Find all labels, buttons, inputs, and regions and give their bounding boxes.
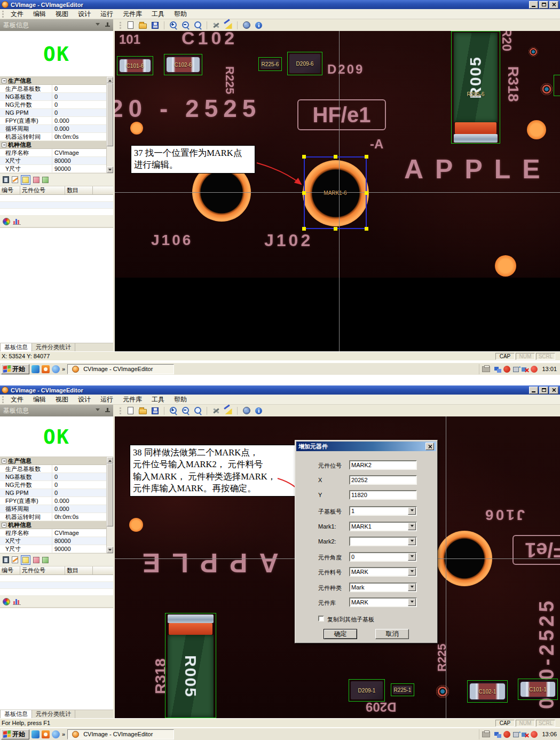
zoom-out-button[interactable] [180,20,191,30]
dialog-close-button[interactable] [425,443,434,450]
new-document-button[interactable] [125,406,136,416]
tab-board-info[interactable]: 基板信息 [0,710,32,718]
dropdown-arrow-icon[interactable] [408,523,416,530]
col-count[interactable]: 数目 [65,186,93,194]
component-box-d209[interactable]: D209-1 [349,679,385,702]
chevron-down-icon[interactable] [96,23,100,28]
quick-launch-more[interactable]: » [62,731,65,737]
copy-to-subboards-checkbox[interactable] [318,616,324,621]
menu-run[interactable]: 运行 [96,395,118,405]
section-model[interactable]: 机种信息 [0,521,106,529]
zoom-in-button[interactable] [168,20,178,30]
quick-launch-more[interactable]: » [62,366,65,372]
scroll-up-icon[interactable] [107,457,113,463]
section-production[interactable]: 生产信息 [0,77,106,85]
pcb-viewport[interactable]: 101 C102 R225 D209 20 - 2525 HF/e1 -A AP… [115,31,560,351]
cancel-button[interactable]: 取消 [375,629,409,639]
task-button[interactable]: CVImage - CVImageEditor [67,729,174,739]
network-error-icon[interactable] [522,366,529,373]
red-note-icon[interactable] [33,177,40,183]
printer-icon[interactable] [482,731,490,737]
library-button[interactable] [241,406,251,416]
scroll-thumb[interactable] [107,463,113,526]
collapse-icon[interactable] [2,143,6,147]
scroll-up-icon[interactable] [107,77,113,83]
edit-page-icon[interactable] [12,556,18,563]
quick-launch-icon[interactable] [42,730,50,738]
zoom-select-button[interactable] [193,20,203,30]
minimize-button[interactable] [529,1,538,9]
network-icon[interactable] [494,731,501,738]
restore-button[interactable] [539,387,548,394]
mark-selection-box[interactable]: MARK1-6 [304,156,367,229]
antivirus-icon[interactable] [503,366,510,373]
printer-icon[interactable] [482,366,490,372]
open-button[interactable] [138,20,148,30]
color-wheel-icon[interactable] [3,598,10,605]
start-button[interactable]: 开始 [1,364,29,374]
component-box-r225[interactable]: R225-1 [391,683,414,696]
close-button[interactable] [549,1,558,9]
dropdown-arrow-icon[interactable] [408,553,416,561]
library-combo[interactable]: MARK [349,597,417,607]
pin-icon[interactable] [105,408,110,413]
refdes-input[interactable] [349,460,417,470]
menu-library[interactable]: 元件库 [118,9,147,19]
section-production[interactable]: 生产信息 [0,457,106,465]
chevron-down-icon[interactable] [96,408,100,413]
collapse-icon[interactable] [2,78,6,83]
monitor-signal-icon[interactable] [512,366,519,373]
zoom-in-button[interactable] [168,406,178,416]
red-note-icon[interactable] [33,557,40,563]
about-button[interactable] [254,406,264,416]
tab-board-info[interactable]: 基板信息 [0,343,32,351]
menu-tools[interactable]: 工具 [147,395,169,405]
component-box-r225[interactable]: R225-6 [258,57,282,71]
quick-launch-icon[interactable] [42,365,50,373]
scroll-down-icon[interactable] [107,167,113,173]
ok-button[interactable]: 确定 [324,629,357,639]
pcb-viewport[interactable]: APPLE HF/e1 J106 R318 020-2525 R225 D209… [115,416,560,718]
mark1-combo[interactable]: MARK1 [349,522,417,531]
open-button[interactable] [138,406,148,416]
scroll-thumb[interactable] [107,83,113,146]
menu-help[interactable]: 帮助 [169,395,192,405]
edit-page-icon[interactable] [12,176,18,183]
col-number[interactable]: 编号 [0,566,20,574]
new-document-button[interactable] [125,20,136,30]
section-model[interactable]: 机种信息 [0,141,106,149]
menu-design[interactable]: 设计 [73,9,96,19]
color-wheel-icon[interactable] [3,218,10,225]
collapse-icon[interactable] [2,523,6,528]
partial-component-box[interactable] [554,75,560,96]
antivirus-icon[interactable] [503,731,510,738]
component-box-r005[interactable]: R005 R205-6 [451,31,500,144]
quick-launch-icon[interactable] [31,730,40,738]
component-box-c102[interactable]: C102-1 [467,680,508,703]
bar-chart-icon[interactable] [13,218,21,225]
menu-view[interactable]: 视图 [51,9,73,19]
network-error-icon[interactable] [522,731,529,738]
tools-button[interactable] [211,406,221,416]
grid-scrollbar[interactable] [106,457,113,553]
y-input[interactable] [349,490,417,500]
angle-combo[interactable]: 0 [349,552,417,562]
sub-board-combo[interactable]: 1 [349,506,417,516]
component-box-c101[interactable]: C101-1 [518,679,558,700]
grid-scrollbar[interactable] [106,77,113,173]
menu-library[interactable]: 元件库 [118,395,147,405]
menu-edit[interactable]: 编辑 [28,395,51,405]
quick-launch-ie-icon[interactable] [52,365,60,373]
bar-chart-icon[interactable] [13,599,21,605]
about-button[interactable] [254,20,264,30]
status-ball-icon[interactable] [531,731,538,738]
zoom-select-button[interactable] [193,406,203,416]
menu-file[interactable]: 文件 [6,9,28,19]
pin-icon[interactable] [105,22,110,28]
menu-help[interactable]: 帮助 [169,9,192,19]
task-button[interactable]: CVImage - CVImageEditor [67,364,174,374]
menu-run[interactable]: 运行 [96,9,118,19]
library-button[interactable] [241,20,251,30]
component-box-r005[interactable]: R005 [165,613,216,718]
quick-launch-icon[interactable] [31,365,40,373]
